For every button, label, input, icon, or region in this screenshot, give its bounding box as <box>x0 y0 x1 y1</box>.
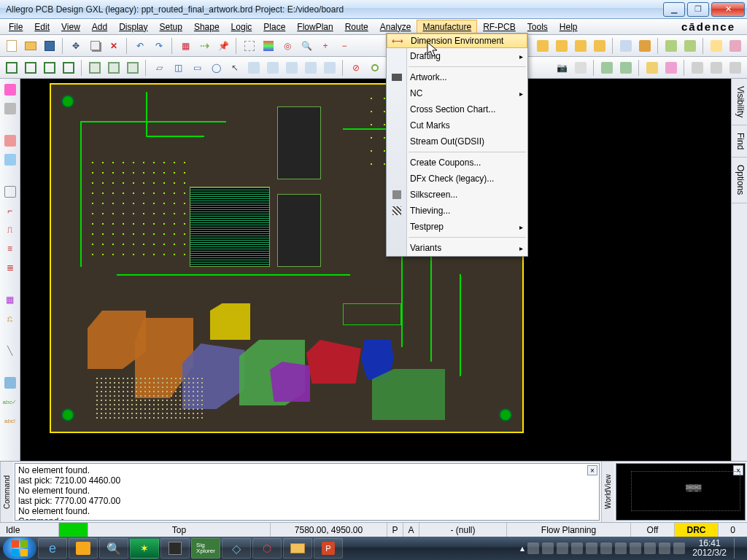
misc7-button[interactable] <box>708 59 725 77</box>
vtool-15[interactable]: abc! <box>2 413 18 429</box>
menuitem-silkscreen[interactable]: Silkscreen... <box>387 187 527 203</box>
shape-edit4-button[interactable] <box>302 59 320 77</box>
misc6-button[interactable] <box>689 59 706 77</box>
taskbar-app-ie[interactable]: e <box>38 538 67 559</box>
menu-setup[interactable]: Setup <box>154 20 188 34</box>
vtool-13[interactable] <box>2 375 18 391</box>
toolx5-button[interactable] <box>708 37 725 55</box>
menuitem-artwork[interactable]: Artwork... <box>387 69 527 85</box>
zoom-out-button[interactable]: − <box>336 37 353 55</box>
shape-edit2-button[interactable] <box>264 59 282 77</box>
misc3-button[interactable] <box>617 59 635 77</box>
pin-button[interactable]: 📌 <box>214 37 232 55</box>
shape-edit1-button[interactable] <box>245 59 263 77</box>
vtool-11[interactable]: ⎌ <box>2 311 18 327</box>
misc1-button[interactable] <box>572 59 589 77</box>
ratsnest-button[interactable]: ⇢ <box>196 37 213 55</box>
vtool-5[interactable] <box>2 184 18 200</box>
vtool-12[interactable]: ╲ <box>2 343 18 359</box>
via-button[interactable] <box>366 59 384 77</box>
select-button[interactable]: ↖ <box>226 59 244 77</box>
command-log-close-button[interactable]: × <box>587 465 597 475</box>
taskbar-app-diamond[interactable]: ◇ <box>222 538 251 559</box>
delete-button[interactable]: ✕ <box>105 37 123 55</box>
shape-cancel-button[interactable]: ⊘ <box>347 59 365 77</box>
menu-display[interactable]: Display <box>113 20 153 34</box>
status-layer[interactable]: Top <box>88 523 270 537</box>
status-a-button[interactable]: A <box>403 523 419 537</box>
window-close-button[interactable]: ✕ <box>711 2 745 17</box>
menuitem-cross-section[interactable]: Cross Section Chart... <box>387 101 527 117</box>
window-maximize-button[interactable]: ❐ <box>687 2 709 17</box>
menu-analyze[interactable]: Analyze <box>374 20 417 34</box>
menu-shape[interactable]: Shape <box>188 20 225 34</box>
tray-icon[interactable] <box>542 542 554 554</box>
vtool-9[interactable]: ≣ <box>2 260 18 276</box>
tray-icon[interactable] <box>644 542 656 554</box>
taskbar-app-explorer[interactable] <box>283 538 312 559</box>
open-button[interactable] <box>22 37 39 55</box>
copy-button[interactable] <box>86 37 104 55</box>
tray-icon[interactable] <box>615 542 627 554</box>
circle-button[interactable]: ◯ <box>207 59 225 77</box>
shape-edit5-button[interactable] <box>321 59 338 77</box>
vtool-2[interactable] <box>2 101 18 117</box>
misc5-button[interactable] <box>662 59 680 77</box>
tab-find[interactable]: Find <box>732 125 747 158</box>
menu-edit[interactable]: Edit <box>28 20 55 34</box>
menu-tools[interactable]: Tools <box>522 20 554 34</box>
taskbar-app-allegro[interactable]: ✶ <box>130 538 159 559</box>
shape-edit3-button[interactable] <box>283 59 301 77</box>
toolx3-button[interactable] <box>662 37 680 55</box>
new-button[interactable] <box>3 37 20 55</box>
menu-place[interactable]: Place <box>258 20 291 34</box>
menu-add[interactable]: Add <box>86 20 113 34</box>
tab-visibility[interactable]: Visibility <box>732 79 747 125</box>
toolx6-button[interactable] <box>727 37 744 55</box>
status-drc[interactable]: DRC <box>674 523 718 537</box>
status-p-button[interactable]: P <box>387 523 403 537</box>
show-desktop-button[interactable] <box>734 538 740 559</box>
shape-out1-button[interactable] <box>86 59 104 77</box>
zoom-fit-button[interactable]: 🔍 <box>298 37 315 55</box>
taskbar-clock[interactable]: 16:412012/3/2 <box>688 539 731 558</box>
poly1-button[interactable]: ▱ <box>150 59 168 77</box>
menu-rfpcb[interactable]: RF-PCB <box>477 20 522 34</box>
status-active-layer-color[interactable] <box>58 523 88 537</box>
shape-out3-button[interactable] <box>124 59 142 77</box>
menuitem-testprep[interactable]: Testprep▸ <box>387 219 527 235</box>
shape-filled3-button[interactable] <box>41 59 58 77</box>
vtool-14[interactable]: abc✓ <box>2 394 18 410</box>
vtool-3[interactable] <box>2 133 18 149</box>
menuitem-dimension-environment[interactable]: ⟷ Dimension Environment <box>387 34 527 48</box>
layer-vis-button[interactable] <box>241 37 258 55</box>
shape-out2-button[interactable] <box>105 59 123 77</box>
shape-filled1-button[interactable] <box>3 59 20 77</box>
shape-filled4-button[interactable] <box>60 59 77 77</box>
misc4-button[interactable] <box>643 59 661 77</box>
misc8-button[interactable] <box>727 59 744 77</box>
menu-file[interactable]: File <box>3 20 28 34</box>
menuitem-stream-out[interactable]: Stream Out(GDSII) <box>387 133 527 149</box>
tray-icon[interactable] <box>673 542 685 554</box>
vtool-10[interactable]: ▦ <box>2 292 18 308</box>
poly2-button[interactable]: ◫ <box>169 59 187 77</box>
grid-toggle-button[interactable]: ▦ <box>177 37 194 55</box>
world-view-button[interactable]: ◎ <box>279 37 296 55</box>
menuitem-create-coupons[interactable]: Create Coupons... <box>387 155 527 171</box>
menu-help[interactable]: Help <box>554 20 584 34</box>
vtool-4[interactable] <box>2 152 18 168</box>
menuitem-variants[interactable]: Variants▸ <box>387 240 527 256</box>
menuitem-cut-marks[interactable]: Cut Marks <box>387 117 527 133</box>
toolx4-button[interactable] <box>681 37 699 55</box>
window-minimize-button[interactable]: ▁ <box>663 2 685 17</box>
start-button[interactable] <box>3 537 36 559</box>
toolx2-button[interactable] <box>636 37 654 55</box>
tray-expand-button[interactable]: ▴ <box>520 543 525 553</box>
taskbar-app-sigxplorer[interactable]: SigXplorer <box>191 538 220 559</box>
menu-route[interactable]: Route <box>339 20 374 34</box>
vtool-7[interactable]: ⎍ <box>2 222 18 238</box>
module3-button[interactable] <box>572 37 589 55</box>
tray-icon[interactable] <box>600 542 612 554</box>
zoom-in-button[interactable]: + <box>317 37 334 55</box>
